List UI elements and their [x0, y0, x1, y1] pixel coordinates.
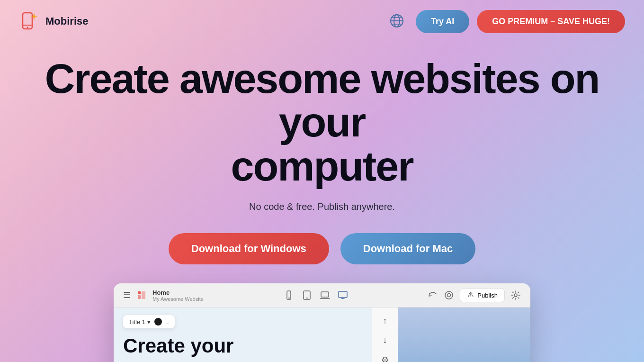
toolbar-right: Publish	[428, 288, 521, 302]
brand: Mobirise	[19, 11, 88, 32]
site-name: My Awesome Website	[152, 296, 204, 302]
tablet-icon	[302, 290, 312, 300]
svg-rect-20	[321, 292, 329, 297]
svg-rect-0	[23, 13, 32, 29]
app-toolbar: ☰ Home My Awesome Website	[114, 283, 530, 308]
toolbar-device-icons	[284, 290, 348, 300]
color-dot	[154, 318, 162, 326]
toolbar-left: ☰ Home My Awesome Website	[123, 289, 204, 302]
upload-icon	[467, 291, 474, 299]
publish-label: Publish	[477, 292, 498, 299]
hero-subtitle: No code & free. Publish anywhere.	[19, 201, 625, 212]
svg-point-25	[445, 291, 453, 299]
publish-button[interactable]: Publish	[460, 288, 505, 302]
app-image-panel	[398, 308, 530, 362]
try-ai-button[interactable]: Try AI	[416, 10, 469, 33]
phone-icon	[284, 290, 294, 300]
page-name: Home	[152, 289, 204, 296]
title-toolbar: Title 1 ▾ ≡	[123, 315, 175, 328]
svg-rect-15	[142, 291, 145, 299]
desktop-icon	[338, 290, 348, 300]
brand-logo	[19, 11, 40, 32]
hero-buttons: Download for Windows Download for Mac	[19, 233, 625, 264]
title-dropdown: Title 1 ▾	[129, 318, 151, 326]
preview-icon	[444, 290, 454, 300]
app-canvas: Title 1 ▾ ≡ Create your ↖	[114, 308, 372, 362]
app-content: Title 1 ▾ ≡ Create your ↖ ↑ ↓ ⚙ 🗑	[114, 308, 530, 362]
app-screenshot: ☰ Home My Awesome Website	[114, 283, 530, 362]
hero-section: Create awesome websites on your computer…	[0, 43, 644, 264]
svg-rect-13	[138, 291, 141, 294]
svg-point-26	[447, 294, 451, 297]
svg-rect-14	[138, 295, 141, 299]
undo-icon	[428, 290, 438, 300]
hero-title: Create awesome websites on your computer	[38, 57, 606, 188]
go-premium-button[interactable]: GO PREMIUM – SAVE HUGE!	[477, 10, 625, 33]
download-mac-button[interactable]: Download for Mac	[340, 233, 475, 264]
hamburger-icon: ☰	[123, 290, 131, 300]
page-info: Home My Awesome Website	[152, 289, 204, 302]
svg-point-3	[33, 15, 36, 18]
download-windows-button[interactable]: Download for Windows	[169, 233, 329, 264]
svg-point-2	[27, 27, 28, 28]
settings-block-button[interactable]: ⚙	[378, 352, 392, 362]
svg-point-28	[514, 294, 517, 297]
language-button[interactable]	[385, 9, 408, 34]
navbar-actions: Try AI GO PREMIUM – SAVE HUGE!	[385, 9, 625, 34]
move-down-button[interactable]: ↓	[378, 333, 392, 348]
home-icon	[136, 290, 147, 300]
move-up-button[interactable]: ↑	[378, 313, 392, 329]
align-icon: ≡	[166, 318, 170, 326]
laptop-icon	[320, 290, 330, 300]
canvas-heading: Create your	[123, 336, 362, 356]
navbar: Mobirise Try AI GO PREMIUM – SAVE HUGE!	[0, 0, 644, 43]
side-actions: ↑ ↓ ⚙ 🗑	[372, 308, 398, 362]
brand-name: Mobirise	[45, 15, 88, 27]
globe-icon	[389, 13, 404, 28]
svg-rect-22	[339, 291, 347, 298]
settings-icon	[510, 290, 521, 300]
